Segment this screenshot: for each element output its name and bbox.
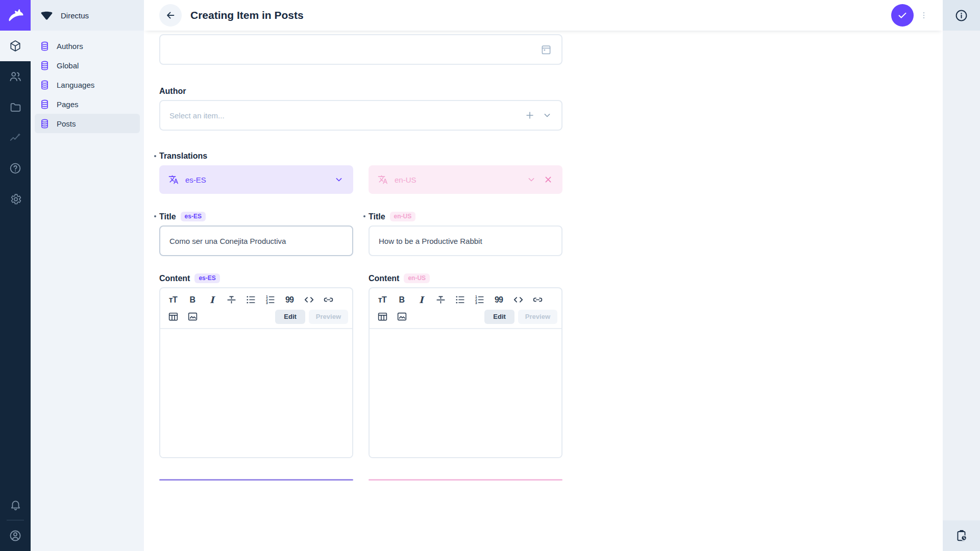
numbered-list-icon[interactable]: 123 bbox=[262, 292, 278, 308]
module-insights[interactable] bbox=[0, 122, 31, 153]
translate-icon bbox=[378, 174, 388, 185]
edit-mode-button[interactable]: Edit bbox=[275, 310, 305, 324]
module-bar bbox=[0, 0, 31, 551]
blockquote-icon[interactable]: 99 bbox=[491, 292, 506, 308]
right-sidebar-body bbox=[943, 31, 980, 520]
author-select[interactable]: Select an item... bbox=[159, 100, 562, 131]
sidebar-item-languages[interactable]: Languages bbox=[35, 75, 140, 94]
title-field-en: Titleen-US bbox=[369, 212, 562, 256]
italic-icon[interactable]: I bbox=[413, 292, 429, 308]
page-header: Creating Item in Posts bbox=[144, 0, 943, 31]
title-input-es[interactable] bbox=[159, 226, 353, 256]
module-settings[interactable] bbox=[0, 184, 31, 214]
bold-icon[interactable]: B bbox=[185, 292, 200, 308]
image-icon[interactable] bbox=[394, 309, 409, 324]
revisions-clipboard-clock-icon bbox=[955, 529, 968, 542]
table-icon[interactable] bbox=[375, 309, 390, 324]
bold-icon[interactable]: B bbox=[394, 292, 409, 308]
preview-mode-button[interactable]: Preview bbox=[309, 310, 348, 324]
project-header[interactable]: Directus bbox=[31, 0, 144, 31]
more-vert-icon bbox=[919, 10, 928, 21]
main-area: Creating Item in Posts bbox=[144, 0, 943, 551]
svg-text:3: 3 bbox=[265, 301, 267, 305]
database-icon bbox=[39, 41, 50, 52]
translation-chip-en-us[interactable]: en-US bbox=[369, 165, 562, 194]
notifications-button[interactable] bbox=[0, 489, 31, 520]
collections-list: Authors Global Languages Pages bbox=[31, 36, 144, 133]
heading-icon[interactable]: ᴛT bbox=[375, 292, 390, 308]
numbered-list-icon[interactable]: 123 bbox=[472, 292, 487, 308]
language-divider-es bbox=[159, 479, 353, 481]
required-dot bbox=[363, 215, 365, 217]
code-icon[interactable] bbox=[301, 292, 316, 308]
directus-logo[interactable] bbox=[0, 0, 31, 31]
rabbit-logo-icon bbox=[7, 7, 24, 24]
sidebar-item-posts[interactable]: Posts bbox=[35, 114, 140, 133]
chevron-down-icon[interactable] bbox=[542, 110, 552, 120]
sidebar-item-global[interactable]: Global bbox=[35, 56, 140, 75]
bulleted-list-icon[interactable] bbox=[243, 292, 258, 308]
editor-toolbar: ᴛT B I bbox=[370, 288, 561, 329]
revisions-button[interactable] bbox=[943, 520, 980, 551]
close-icon[interactable] bbox=[543, 174, 553, 185]
chevron-down-icon[interactable] bbox=[334, 174, 344, 185]
chevron-down-icon[interactable] bbox=[526, 174, 536, 185]
content-label-es: Contentes-ES bbox=[159, 273, 353, 283]
info-icon bbox=[954, 9, 968, 22]
markdown-editor-en: ᴛT B I bbox=[369, 287, 562, 458]
content-field-en: Contenten-US ᴛT B I bbox=[369, 273, 562, 458]
save-button[interactable] bbox=[891, 4, 914, 27]
box-icon bbox=[9, 39, 22, 53]
date-field[interactable] bbox=[159, 34, 562, 65]
module-content[interactable] bbox=[0, 31, 31, 61]
translation-chip-es-es[interactable]: es-ES bbox=[159, 165, 353, 194]
content-editor-textarea-es[interactable] bbox=[160, 329, 352, 457]
database-icon bbox=[39, 60, 50, 71]
svg-text:3: 3 bbox=[475, 301, 477, 305]
author-select-icons bbox=[524, 110, 552, 121]
form-content: Author Select an item... bbox=[144, 31, 943, 551]
database-icon bbox=[39, 118, 50, 129]
bulleted-list-icon[interactable] bbox=[452, 292, 468, 308]
title-label-en: Titleen-US bbox=[369, 212, 562, 221]
heading-icon[interactable]: ᴛT bbox=[165, 292, 181, 308]
title-input-en[interactable] bbox=[369, 226, 562, 256]
code-icon[interactable] bbox=[510, 292, 526, 308]
sidebar-item-pages[interactable]: Pages bbox=[35, 94, 140, 114]
edit-mode-button[interactable]: Edit bbox=[484, 310, 514, 324]
content-editor-textarea-en[interactable] bbox=[370, 329, 561, 457]
preview-mode-button[interactable]: Preview bbox=[518, 310, 557, 324]
plus-icon[interactable] bbox=[524, 110, 535, 121]
info-button[interactable] bbox=[943, 0, 980, 31]
blockquote-icon[interactable]: 99 bbox=[282, 292, 297, 308]
strikethrough-icon[interactable] bbox=[224, 292, 239, 308]
account-circle-icon bbox=[9, 529, 22, 542]
module-documentation[interactable] bbox=[0, 153, 31, 184]
link-icon[interactable] bbox=[530, 292, 545, 308]
translate-icon bbox=[168, 174, 179, 185]
database-icon bbox=[39, 99, 50, 110]
table-icon[interactable] bbox=[165, 309, 181, 324]
database-icon bbox=[39, 80, 50, 90]
author-placeholder: Select an item... bbox=[169, 111, 225, 120]
module-bar-spacer bbox=[0, 214, 31, 489]
italic-icon[interactable]: I bbox=[204, 292, 219, 308]
image-icon[interactable] bbox=[185, 309, 200, 324]
title-field-es: Titlees-ES bbox=[159, 212, 353, 256]
translations-field: Translations es-ES bbox=[159, 152, 562, 194]
more-options-button[interactable] bbox=[918, 4, 929, 27]
calendar-icon bbox=[540, 43, 552, 56]
sidebar-item-authors[interactable]: Authors bbox=[35, 36, 140, 56]
account-button[interactable] bbox=[0, 520, 31, 551]
help-icon bbox=[9, 162, 22, 175]
right-sidebar bbox=[943, 0, 980, 551]
strikethrough-icon[interactable] bbox=[433, 292, 448, 308]
back-button[interactable] bbox=[159, 4, 182, 27]
arrow-left-icon bbox=[165, 10, 176, 21]
link-icon[interactable] bbox=[321, 292, 336, 308]
language-badge-en: en-US bbox=[404, 273, 430, 283]
page-title: Creating Item in Posts bbox=[190, 9, 304, 21]
module-file-library[interactable] bbox=[0, 92, 31, 122]
module-user-directory[interactable] bbox=[0, 61, 31, 92]
language-badge-es: es-ES bbox=[181, 212, 206, 221]
